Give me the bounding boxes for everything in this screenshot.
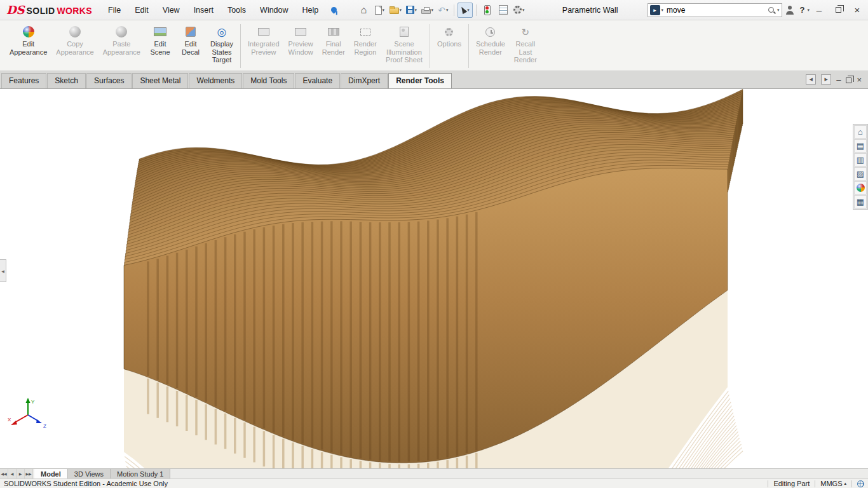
open-button[interactable]: ▾ — [388, 2, 403, 18]
ribbon-edit-decal-button[interactable]: EditDecal — [175, 22, 206, 71]
restore-button[interactable] — [829, 2, 848, 18]
ribbon-preview-window-button[interactable]: PreviewWindow — [284, 22, 318, 71]
chevron-down-icon: ▾ — [522, 8, 525, 12]
print-icon — [421, 9, 431, 14]
model-tab-model[interactable]: Model — [34, 469, 68, 478]
taskpane-file-explorer-button[interactable]: ▥ — [854, 153, 867, 166]
stoplight-button[interactable] — [480, 2, 495, 18]
settings-button[interactable]: ▾ — [512, 2, 527, 18]
ribbon-edit-scene-button[interactable]: EditScene — [145, 22, 175, 71]
status-separator — [815, 480, 815, 487]
select-tool-button[interactable]: ▾ — [458, 3, 473, 18]
menu-tools[interactable]: Tools — [220, 0, 253, 20]
user-account-button[interactable] — [782, 2, 797, 18]
tab-weldments[interactable]: Weldments — [189, 73, 242, 88]
pane-right-button[interactable]: ▶ — [821, 74, 831, 85]
taskpane-home-button[interactable]: ⌂ — [854, 125, 867, 139]
tab-sheet-metal[interactable]: Sheet Metal — [132, 73, 188, 88]
menu-help[interactable]: Help — [295, 0, 326, 20]
ribbon-float-button[interactable] — [846, 78, 851, 83]
ribbon-separator — [468, 24, 469, 68]
custom-properties-icon: ▦ — [857, 198, 864, 206]
taskpane-design-library-button[interactable]: ▤ — [854, 139, 867, 152]
new-document-button[interactable]: ▾ — [372, 2, 387, 18]
search-input[interactable] — [665, 6, 766, 15]
recall-last-render-icon: ↻ — [519, 25, 532, 38]
menu-window[interactable]: Window — [253, 0, 295, 20]
print-button[interactable]: ▾ — [419, 2, 435, 18]
search-scope-caret[interactable]: ▾ — [661, 8, 664, 12]
search-scope-icon[interactable]: ▸ — [650, 5, 660, 15]
tab-scroll-prev-button[interactable]: ◀ — [8, 469, 17, 478]
final-render-icon — [327, 25, 341, 38]
tab-scroll-last-button[interactable]: ▶▶ — [25, 469, 33, 478]
document-options-button[interactable] — [496, 2, 511, 18]
ribbon-scene-illumination-proof-sheet-button[interactable]: SceneIlluminationProof Sheet — [381, 22, 427, 71]
ribbon-render-region-button[interactable]: RenderRegion — [349, 22, 381, 71]
paste-appearance-icon — [114, 25, 128, 38]
ribbon-paste-appearance-button[interactable]: PasteAppearance — [98, 22, 145, 71]
tab-scroll-next-button[interactable]: ▶ — [17, 469, 25, 478]
triad-x-label: X — [8, 417, 11, 423]
display-states-target-icon: ◎ — [215, 25, 229, 38]
ribbon-edit-appearance-button[interactable]: EditAppearance — [5, 22, 51, 71]
taskpane-appearances-scenes-button[interactable] — [854, 181, 867, 194]
menu-bar: FileEditViewInsertToolsWindowHelp — [101, 0, 325, 20]
tab-mold-tools[interactable]: Mold Tools — [243, 73, 294, 88]
gear-icon — [513, 6, 522, 14]
tab-surfaces[interactable]: Surfaces — [86, 73, 132, 88]
ribbon-minimize-button[interactable]: – — [836, 76, 841, 84]
minimize-button[interactable]: – — [810, 2, 829, 18]
pane-left-button[interactable]: ◀ — [806, 74, 816, 85]
ribbon-integrated-preview-button[interactable]: IntegratedPreview — [243, 22, 284, 71]
help-button[interactable]: ? — [797, 5, 808, 15]
menu-file[interactable]: File — [101, 0, 128, 20]
pin-icon — [330, 6, 338, 14]
pin-menu-button[interactable] — [327, 3, 341, 18]
units-selector[interactable]: MMGS ▴ — [820, 480, 846, 487]
view-palette-icon: ▨ — [857, 170, 864, 178]
license-text: SOLIDWORKS Student Edition - Academic Us… — [4, 480, 168, 487]
toolbar-separator — [454, 4, 454, 16]
taskpane-custom-properties-button[interactable]: ▦ — [854, 195, 867, 208]
search-dropdown-caret[interactable]: ▾ — [777, 8, 780, 12]
model-tab-list: Model3D ViewsMotion Study 1 — [34, 469, 170, 478]
ribbon-options-button[interactable]: Options — [433, 22, 466, 71]
undo-button[interactable]: ↶▾ — [435, 2, 451, 18]
ribbon-display-states-target-button[interactable]: ◎DisplayStatesTarget — [206, 22, 238, 71]
tab-render-tools[interactable]: Render Tools — [388, 73, 452, 88]
globe-icon[interactable] — [857, 480, 864, 487]
tab-scroll-first-button[interactable]: ◀◀ — [0, 469, 8, 478]
tab-evaluate[interactable]: Evaluate — [295, 73, 340, 88]
ribbon-recall-last-render-button[interactable]: ↻RecallLastRender — [510, 22, 541, 71]
feature-manager-collapse-tab[interactable]: ◀ — [0, 259, 6, 282]
ribbon-separator — [240, 24, 241, 68]
ribbon-schedule-render-button[interactable]: ScheduleRender — [471, 22, 510, 71]
schedule-render-icon — [484, 25, 498, 38]
ribbon-close-button[interactable]: × — [857, 76, 862, 84]
home-button[interactable]: ⌂ — [356, 2, 371, 18]
ribbon-toolbar: EditAppearanceCopyAppearancePasteAppeara… — [0, 20, 868, 71]
menu-insert[interactable]: Insert — [187, 0, 220, 20]
home-icon: ⌂ — [858, 128, 863, 136]
menu-view[interactable]: View — [156, 0, 187, 20]
stoplight-icon — [484, 5, 491, 15]
search-magnifier-icon[interactable] — [767, 6, 776, 15]
model-tab-3d-views[interactable]: 3D Views — [68, 469, 111, 478]
menu-edit[interactable]: Edit — [128, 0, 156, 20]
tab-dimxpert[interactable]: DimXpert — [341, 73, 388, 88]
graphics-viewport[interactable]: ◀ ⌂▤▥▨▦ Y X Z — [0, 89, 868, 468]
command-tab-list: FeaturesSketchSurfacesSheet MetalWeldmen… — [1, 73, 452, 88]
save-button[interactable]: ▾ — [403, 2, 419, 18]
task-pane-tabs: ⌂▤▥▨▦ — [853, 124, 868, 210]
taskpane-view-palette-button[interactable]: ▨ — [854, 167, 867, 180]
chevron-down-icon: ▾ — [446, 8, 449, 12]
tab-features[interactable]: Features — [1, 73, 46, 88]
chevron-down-icon: ▾ — [383, 8, 385, 12]
tab-sketch[interactable]: Sketch — [47, 73, 86, 88]
close-button[interactable]: × — [848, 2, 867, 18]
model-tab-motion-study-1[interactable]: Motion Study 1 — [111, 469, 170, 478]
ribbon-final-render-button[interactable]: FinalRender — [318, 22, 349, 71]
ribbon-copy-appearance-button[interactable]: CopyAppearance — [51, 22, 98, 71]
solidworks-logo: DS SOLIDWORKS — [0, 3, 101, 17]
